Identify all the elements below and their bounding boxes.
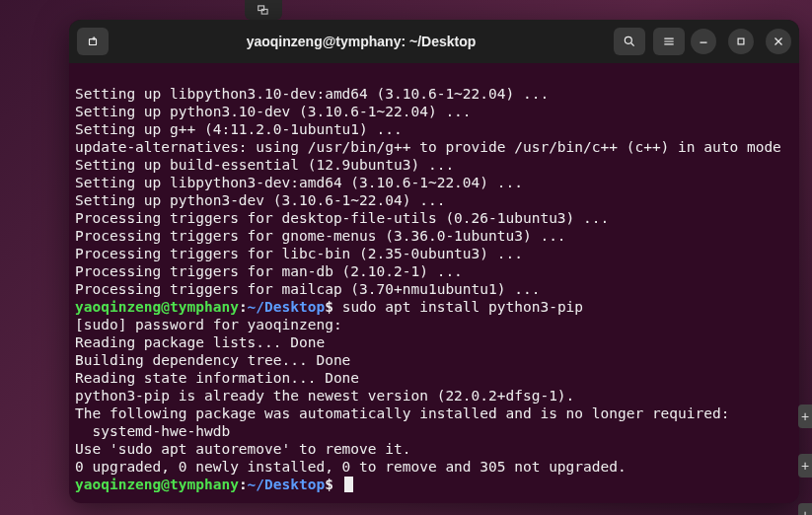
window-title: yaoqinzeng@tymphany: ~/Desktop (114, 34, 608, 49)
terminal-line: Setting up g++ (4:11.2.0-1ubuntu1) ... (75, 120, 793, 138)
terminal-line: Processing triggers for desktop-file-uti… (75, 209, 793, 227)
prompt-user-host: yaoqinzeng@tymphany (75, 477, 239, 492)
command-text: sudo apt install python3-pip (333, 299, 583, 315)
terminal-line: Setting up build-essential (12.9ubuntu3)… (75, 156, 793, 174)
terminal-line: update-alternatives: using /usr/bin/g++ … (75, 138, 793, 156)
new-tab-icon (86, 35, 100, 48)
side-indicator[interactable]: + (798, 405, 812, 428)
terminal-line: Processing triggers for man-db (2.10.2-1… (75, 262, 793, 280)
svg-rect-2 (90, 39, 97, 45)
minimize-icon (697, 35, 710, 48)
side-indicator[interactable]: + (798, 454, 812, 478)
terminal-line: Setting up python3-dev (3.10.6-1~22.04) … (75, 191, 793, 209)
prompt-dollar: $ (325, 477, 333, 492)
prompt-user-host: yaoqinzeng@tymphany (75, 299, 239, 315)
terminal-line: Processing triggers for mailcap (3.70+nm… (75, 280, 793, 298)
terminal-cursor (344, 477, 353, 492)
workspace-switcher-icon (256, 3, 271, 17)
menu-button[interactable] (653, 28, 685, 55)
prompt-path: ~/Desktop (248, 299, 326, 315)
maximize-icon (734, 35, 748, 48)
terminal-line: Setting up python3.10-dev (3.10.6-1~22.0… (75, 103, 793, 120)
terminal-line: systemd-hwe-hwdb (75, 422, 793, 440)
close-button[interactable] (766, 29, 791, 54)
svg-point-3 (625, 37, 631, 43)
terminal-line: The following package was automatically … (75, 405, 793, 422)
terminal-line: Processing triggers for gnome-menus (3.3… (75, 227, 793, 245)
terminal-output[interactable]: Setting up libpython3.10-dev:amd64 (3.10… (69, 63, 799, 503)
terminal-window: yaoqinzeng@tymphany: ~/Desktop (69, 20, 799, 503)
window-titlebar: yaoqinzeng@tymphany: ~/Desktop (69, 20, 799, 63)
prompt-dollar: $ (325, 299, 333, 315)
prompt-separator: : (239, 299, 248, 315)
svg-rect-4 (738, 38, 744, 44)
terminal-line: Setting up libpython3.10-dev:amd64 (3.10… (75, 85, 793, 103)
new-tab-button[interactable] (77, 28, 109, 55)
prompt-path: ~/Desktop (248, 477, 326, 492)
minimize-button[interactable] (691, 29, 716, 54)
terminal-line: [sudo] password for yaoqinzeng: (75, 316, 793, 333)
terminal-line: Processing triggers for libc-bin (2.35-0… (75, 245, 793, 262)
maximize-button[interactable] (728, 29, 754, 54)
terminal-line: Reading package lists... Done (75, 333, 793, 351)
terminal-line: Building dependency tree... Done (75, 351, 793, 369)
search-icon (623, 35, 636, 48)
prompt-separator: : (239, 477, 248, 492)
terminal-line: Reading state information... Done (75, 369, 793, 387)
terminal-line: Setting up libpython3-dev:amd64 (3.10.6-… (75, 174, 793, 191)
terminal-line: 0 upgraded, 0 newly installed, 0 to remo… (75, 458, 793, 476)
hamburger-icon (662, 35, 676, 48)
search-button[interactable] (614, 28, 645, 55)
side-indicator[interactable]: + (798, 503, 812, 515)
dock-workspace-icon[interactable] (245, 0, 282, 20)
terminal-line: Use 'sudo apt autoremove' to remove it. (75, 440, 793, 458)
terminal-line: python3-pip is already the newest versio… (75, 387, 793, 405)
close-icon (772, 35, 785, 48)
side-indicator-group: + + + (798, 405, 812, 515)
